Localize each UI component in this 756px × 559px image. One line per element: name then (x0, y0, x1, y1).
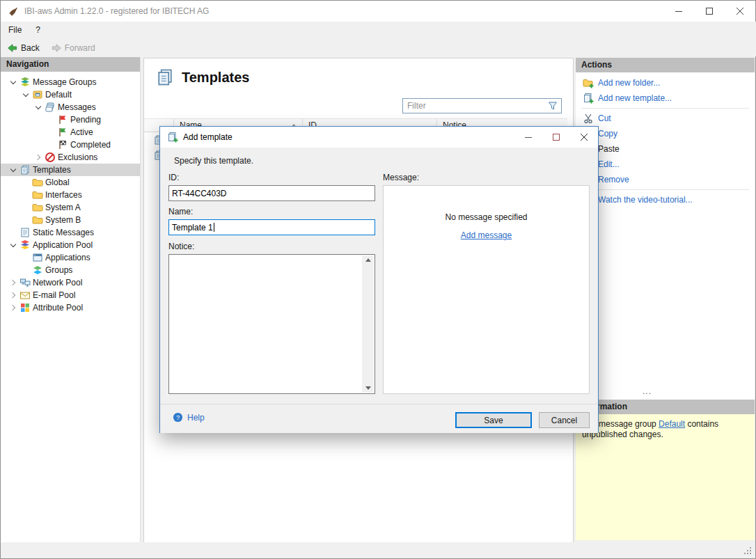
information-note: The message group Default contains unpub… (576, 414, 755, 540)
tree-item-exclusions[interactable]: Exclusions (1, 151, 140, 164)
tree-item-e-mail-pool[interactable]: E-mail Pool (1, 289, 140, 301)
static-messages-icon (19, 227, 31, 238)
chevron-spacer (9, 228, 17, 237)
tree-item-label: Pending (70, 115, 104, 125)
chevron-spacer (22, 203, 30, 212)
filter-input[interactable] (403, 101, 547, 111)
notice-textarea[interactable] (168, 254, 375, 394)
chevron-right-icon[interactable] (9, 278, 17, 287)
dialog-maximize-button[interactable] (542, 127, 570, 148)
tree-item-applications[interactable]: Applications (1, 251, 140, 264)
back-arrow-icon (7, 42, 18, 54)
id-input[interactable] (168, 185, 375, 201)
templates-icon (155, 68, 175, 87)
notice-scrollbar[interactable] (362, 255, 374, 393)
chevron-right-icon[interactable] (9, 291, 17, 299)
tree-item-network-pool[interactable]: Network Pool (1, 276, 140, 289)
menu-help[interactable]: ? (29, 22, 47, 39)
action-cut[interactable]: Cut (576, 111, 755, 126)
chevron-down-icon[interactable] (9, 166, 17, 174)
folder-icon (32, 177, 43, 188)
tree-item-global[interactable]: Global (1, 176, 140, 189)
folder-icon (32, 189, 43, 200)
tree-item-default[interactable]: Default (1, 88, 140, 101)
tree-item-system-a[interactable]: System A (1, 201, 140, 214)
actions-separator (581, 189, 749, 190)
title-bar: IBI-aws Admin 1.22.0 - registered for IB… (1, 1, 755, 22)
add-template-icon (167, 132, 178, 143)
action-remove[interactable]: Remove (576, 172, 755, 187)
dialog-close-button[interactable] (570, 127, 598, 148)
tree-item-attribute-pool[interactable]: Attribute Pool (1, 301, 140, 314)
add-message-link[interactable]: Add message (461, 230, 512, 240)
app-pool-icon (19, 239, 31, 251)
chevron-down-icon[interactable] (9, 78, 17, 86)
resize-grip-icon[interactable] (744, 547, 753, 556)
tree-item-messages[interactable]: Messages (1, 101, 140, 113)
dialog-minimize-button[interactable] (514, 127, 542, 148)
pending-flag-icon (57, 114, 68, 125)
chevron-right-icon[interactable] (9, 304, 17, 312)
action-paste[interactable]: Paste (576, 141, 755, 157)
chevron-spacer (22, 216, 30, 224)
help-link[interactable]: ? Help (173, 412, 205, 423)
chevron-spacer (47, 116, 55, 124)
tree-item-active[interactable]: Active (1, 126, 140, 139)
default-group-link[interactable]: Default (659, 419, 685, 429)
tree-item-label: System A (45, 203, 84, 212)
app-window: IBI-aws Admin 1.22.0 - registered for IB… (0, 0, 756, 559)
close-button[interactable] (725, 1, 755, 22)
back-label: Back (21, 43, 40, 53)
window-controls (663, 1, 755, 22)
chevron-right-icon[interactable] (34, 153, 42, 162)
tree-item-static-messages[interactable]: Static Messages (1, 226, 140, 239)
name-input[interactable]: Template 1 (168, 219, 375, 235)
navigation-header: Navigation (1, 57, 140, 72)
forward-button[interactable]: Forward (45, 40, 101, 56)
group-stack-icon (19, 77, 31, 88)
action-label: Add new template... (598, 93, 672, 103)
folder-icon (32, 202, 43, 213)
save-button[interactable]: Save (455, 412, 532, 428)
action-add-new-template[interactable]: Add new template... (576, 90, 755, 106)
dialog-window-controls (514, 127, 598, 148)
completed-flag-icon (57, 139, 68, 150)
scroll-down-icon[interactable] (365, 386, 371, 390)
chevron-down-icon[interactable] (34, 103, 42, 111)
tree-item-application-pool[interactable]: Application Pool (1, 239, 140, 251)
chevron-down-icon[interactable] (9, 241, 17, 249)
funnel-icon (547, 100, 558, 111)
folder-icon (32, 214, 43, 226)
back-button[interactable]: Back (1, 40, 45, 56)
action-label: Add new folder... (598, 78, 660, 88)
action-edit[interactable]: Edit... (576, 157, 755, 172)
cancel-button[interactable]: Cancel (539, 412, 590, 428)
dialog-title: Add template (183, 127, 233, 148)
tree-item-interfaces[interactable]: Interfaces (1, 189, 140, 201)
tree-item-templates[interactable]: Templates (1, 164, 140, 176)
tree-item-message-groups[interactable]: Message Groups (1, 76, 140, 88)
tree-item-groups[interactable]: Groups (1, 264, 140, 276)
action-watch-the-video-tutorial[interactable]: Watch the video-tutorial... (576, 192, 755, 207)
tree-item-system-b[interactable]: System B (1, 214, 140, 226)
chevron-down-icon[interactable] (22, 90, 30, 99)
dialog-footer: ? Help Save Cancel (160, 404, 598, 433)
exclusions-icon (45, 152, 56, 163)
page-title: Templates (182, 70, 249, 86)
action-add-new-folder[interactable]: Add new folder... (576, 75, 755, 90)
maximize-button[interactable] (694, 1, 725, 22)
tree-item-label: Messages (58, 102, 99, 112)
window-title: IBI-aws Admin 1.22.0 - registered for IB… (24, 1, 209, 22)
chevron-spacer (47, 141, 55, 149)
tree-item-pending[interactable]: Pending (1, 113, 140, 126)
navigation-panel: Navigation Message GroupsDefaultMessages… (1, 57, 141, 543)
minimize-button[interactable] (663, 1, 694, 22)
templates-icon (19, 164, 31, 175)
actions-overflow[interactable]: ... (643, 386, 652, 396)
action-copy[interactable]: Copy (576, 126, 755, 141)
actions-separator (581, 108, 749, 109)
tree-item-completed[interactable]: Completed (1, 139, 140, 151)
menu-file[interactable]: File (1, 22, 29, 39)
tree-item-label: Message Groups (33, 77, 99, 87)
scroll-up-icon[interactable] (365, 258, 371, 262)
